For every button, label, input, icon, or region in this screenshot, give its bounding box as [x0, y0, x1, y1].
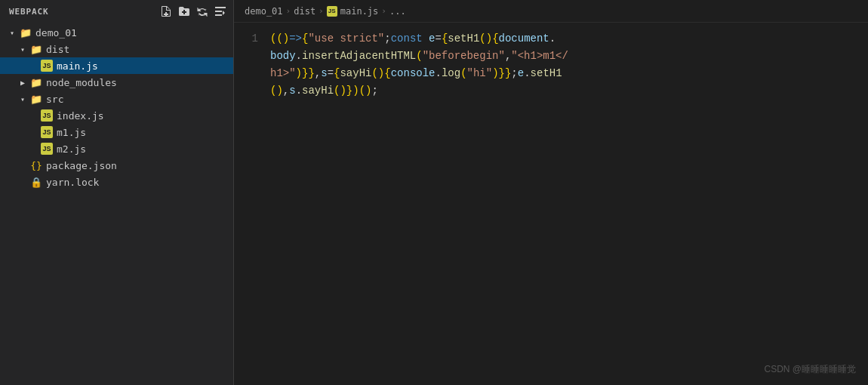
editor-panel: demo_01 › dist › JS main.js › ... 1 (()=…: [234, 0, 868, 385]
refresh-icon[interactable]: [195, 5, 209, 18]
sidebar-title: WEBPACK: [9, 7, 49, 17]
yarn-icon-yarnlock: 🔒: [30, 176, 42, 188]
breadcrumb-sep3: ›: [381, 6, 386, 16]
breadcrumb-ellipsis: ...: [389, 6, 406, 17]
js-icon-mainjs: JS: [41, 60, 53, 72]
folder-icon-dist: 📁: [30, 43, 42, 55]
new-folder-icon[interactable]: [177, 5, 191, 18]
line-number-1: 1: [234, 30, 258, 48]
arrow-src: ▾: [17, 93, 29, 105]
label-indexjs: index.js: [57, 111, 104, 121]
label-demo01: demo_01: [35, 28, 77, 38]
breadcrumb: demo_01 › dist › JS main.js › ...: [234, 0, 868, 23]
new-file-icon[interactable]: [159, 5, 173, 18]
tree-item-indexjs[interactable]: ▶ JS index.js: [0, 107, 233, 124]
folder-icon-src: 📁: [30, 93, 42, 105]
file-tree: ▾ 📁 demo_01 ▾ 📁 dist ▶ JS main.js ▶ 📁 no…: [0, 23, 233, 385]
tree-item-m1js[interactable]: ▶ JS m1.js: [0, 124, 233, 140]
breadcrumb-mainjs: JS main.js: [327, 6, 379, 17]
breadcrumb-demo01: demo_01: [245, 6, 283, 17]
label-m1js: m1.js: [57, 128, 86, 137]
js-icon-m2js: JS: [41, 143, 53, 155]
line-numbers: 1: [234, 29, 270, 379]
sidebar: WEBPACK: [0, 0, 234, 385]
label-packagejson: package.json: [46, 161, 117, 171]
label-yarnlock: yarn.lock: [46, 177, 99, 187]
breadcrumb-demo01-label: demo_01: [245, 6, 283, 17]
arrow-demo01: ▾: [6, 26, 18, 38]
tree-item-m2js[interactable]: ▶ JS m2.js: [0, 140, 233, 157]
label-mainjs: main.js: [57, 61, 98, 71]
tree-item-src[interactable]: ▾ 📁 src: [0, 91, 233, 107]
json-icon-packagejson: {}: [30, 159, 42, 171]
breadcrumb-dist: dist: [294, 6, 315, 17]
breadcrumb-sep2: ›: [319, 6, 324, 16]
tree-item-packagejson[interactable]: ▶ {} package.json: [0, 157, 233, 174]
folder-icon-demo01: 📁: [20, 26, 32, 38]
label-m2js: m2.js: [57, 144, 86, 154]
breadcrumb-ellipsis-label: ...: [389, 6, 406, 17]
breadcrumb-sep1: ›: [286, 6, 291, 16]
collapse-icon[interactable]: [214, 5, 227, 18]
label-dist: dist: [46, 45, 69, 54]
arrow-node-modules: ▶: [17, 76, 29, 88]
breadcrumb-js-icon: JS: [327, 6, 337, 17]
tree-item-mainjs[interactable]: ▶ JS main.js: [0, 57, 233, 74]
js-icon-indexjs: JS: [41, 109, 53, 122]
tree-item-yarnlock[interactable]: ▶ 🔒 yarn.lock: [0, 174, 233, 190]
sidebar-header: WEBPACK: [0, 0, 233, 23]
sidebar-header-icons: [159, 5, 227, 18]
arrow-dist: ▾: [17, 43, 29, 55]
label-src: src: [46, 94, 63, 104]
breadcrumb-mainjs-label: main.js: [340, 6, 379, 17]
breadcrumb-dist-label: dist: [294, 6, 315, 17]
tree-item-dist[interactable]: ▾ 📁 dist: [0, 41, 233, 57]
watermark: CSDN @睡睡睡睡睡觉: [764, 363, 856, 376]
js-icon-m1js: JS: [41, 126, 53, 138]
tree-item-demo01[interactable]: ▾ 📁 demo_01: [0, 24, 233, 41]
label-node-modules: node_modules: [46, 78, 117, 88]
tree-item-node-modules[interactable]: ▶ 📁 node_modules: [0, 74, 233, 91]
code-area: 1 (()=>{"use strict";const e={setH1(){do…: [234, 23, 868, 385]
folder-icon-node-modules: 📁: [30, 76, 42, 88]
code-content[interactable]: (()=>{"use strict";const e={setH1(){docu…: [270, 29, 868, 379]
